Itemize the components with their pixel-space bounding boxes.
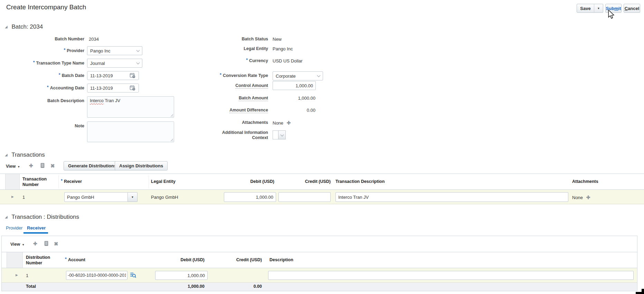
col-receiver[interactable]: *Receiver <box>61 179 82 184</box>
attachments-value: None ✚ <box>273 120 291 126</box>
row-legal-entity-value: Pango GmbH <box>151 195 178 200</box>
batch-status-value: New <box>273 37 282 42</box>
combo-dropdown-button[interactable] <box>278 130 286 139</box>
distributions-section-header[interactable]: ◢ Transaction : Distributions <box>5 214 79 220</box>
transaction-type-label: *Transaction Type Name <box>0 61 84 66</box>
account-lookup-icon[interactable] <box>130 272 136 278</box>
provider-label: *Provider <box>0 48 84 53</box>
delete-row-icon[interactable]: ✖ <box>50 163 55 169</box>
chevron-down-icon <box>280 133 284 136</box>
caret-down-icon: ▼ <box>22 243 25 246</box>
collapse-triangle-icon: ◢ <box>5 25 8 29</box>
col-transaction-number[interactable]: TransactionNumber <box>22 176 57 187</box>
page-title: Create Intercompany Batch <box>6 3 86 11</box>
distribution-number-value: 1 <box>26 273 28 278</box>
provider-selected-value: Pango Inc <box>90 48 111 53</box>
duplicate-icon[interactable] <box>43 241 49 246</box>
legal-entity-value: Pango Inc <box>273 46 293 51</box>
provider-select[interactable]: Pango Inc <box>87 46 142 55</box>
transaction-row[interactable]: ▶ 1 Pango GmbH ▼ Pango GmbH None ✚ <box>0 190 644 204</box>
batch-description-label: Batch Description <box>0 98 84 103</box>
total-debit-value: 1,000.00 <box>155 284 205 289</box>
distributions-view-menu[interactable]: View▼ <box>10 242 25 247</box>
additional-info-context-combo[interactable] <box>273 130 286 139</box>
chevron-down-icon <box>136 48 140 52</box>
save-button[interactable]: Save <box>577 4 594 13</box>
col-account[interactable]: *Account <box>65 257 85 262</box>
receiver-combo-dropdown-button[interactable]: ▼ <box>128 192 138 202</box>
duplicate-icon[interactable] <box>39 163 45 168</box>
add-attachment-icon[interactable]: ✚ <box>287 120 291 126</box>
col-credit[interactable]: Credit (USD) <box>212 257 262 262</box>
total-label: Total <box>26 284 36 289</box>
batch-date-field[interactable]: 11-13-2019 <box>87 71 139 80</box>
control-amount-input[interactable] <box>273 81 316 90</box>
delete-row-icon[interactable]: ✖ <box>54 241 58 247</box>
combo-value-box <box>273 130 278 139</box>
expand-row-icon[interactable]: ▶ <box>11 195 14 198</box>
caret-down-icon: ▼ <box>17 165 20 168</box>
currency-value: USD US Dollar <box>273 58 303 63</box>
batch-status-label: Batch Status <box>183 37 268 41</box>
batch-section-title: Batch: 2034 <box>11 23 43 30</box>
distributions-panel: View▼ ✚ ✖ DistributionNumber *Account De… <box>1 236 637 291</box>
distribution-description-input[interactable] <box>268 271 634 280</box>
col-transaction-description[interactable]: Transaction Description <box>335 179 385 184</box>
tab-provider[interactable]: Provider <box>6 225 22 231</box>
add-row-icon[interactable]: ✚ <box>29 163 33 168</box>
note-textarea[interactable] <box>87 121 174 142</box>
conversion-rate-type-select[interactable]: Corporate <box>273 71 323 80</box>
batch-section-header[interactable]: ◢ Batch: 2034 <box>5 23 43 30</box>
receiver-combo-value[interactable]: Pango GmbH <box>64 192 128 202</box>
row-debit-input[interactable] <box>224 192 276 202</box>
cancel-button[interactable]: Cancel <box>624 4 640 13</box>
transaction-number-value: 1 <box>22 195 25 200</box>
control-amount-label: Control Amount <box>183 83 268 88</box>
accounting-date-label: *Accounting Date <box>0 86 84 90</box>
row-credit-input[interactable] <box>278 192 331 202</box>
distribution-debit-input[interactable] <box>155 271 208 280</box>
add-row-icon[interactable]: ✚ <box>33 241 37 246</box>
distribution-row[interactable]: ▶ 1 <box>2 268 637 283</box>
col-description[interactable]: Description <box>269 257 293 262</box>
receiver-combo[interactable]: Pango GmbH ▼ <box>64 192 138 202</box>
col-distribution-number[interactable]: DistributionNumber <box>26 255 60 266</box>
chevron-down-icon <box>136 61 140 64</box>
transactions-section-header[interactable]: ◢ Transactions <box>5 151 45 158</box>
batch-number-value: 2034 <box>89 37 99 42</box>
add-attachment-icon[interactable]: ✚ <box>586 195 590 200</box>
col-legal-entity[interactable]: Legal Entity <box>151 179 176 184</box>
calendar-icon[interactable] <box>130 72 136 79</box>
transactions-table-header: TransactionNumber *Receiver Legal Entity… <box>0 174 644 190</box>
total-credit-value: 0.00 <box>212 284 262 289</box>
batch-description-textarea[interactable]: Interco Tran JV <box>87 96 174 118</box>
attachments-label: Attachments <box>183 120 268 125</box>
caret-down-icon: ▼ <box>131 196 134 199</box>
col-credit[interactable]: Credit (USD) <box>281 179 331 184</box>
generate-distributions-button[interactable]: Generate Distributions <box>64 161 121 170</box>
account-input[interactable] <box>66 271 127 280</box>
batch-date-label: *Batch Date <box>0 73 84 78</box>
totals-row: Total 1,000.00 0.00 <box>2 283 637 291</box>
assign-distributions-button[interactable]: Assign Distributions <box>115 161 168 170</box>
transactions-view-menu[interactable]: View▼ <box>6 164 20 169</box>
transaction-type-selected-value: Journal <box>90 61 105 66</box>
col-debit[interactable]: Debit (USD) <box>155 257 205 262</box>
row-description-input[interactable] <box>335 192 568 202</box>
accounting-date-field[interactable]: 11-13-2019 <box>87 84 139 92</box>
col-debit[interactable]: Debit (USD) <box>225 179 274 184</box>
resize-grip-icon[interactable] <box>170 138 173 141</box>
expand-row-icon[interactable]: ▶ <box>16 273 18 277</box>
tab-receiver[interactable]: Receiver <box>27 225 46 231</box>
col-attachments[interactable]: Attachments <box>572 179 598 184</box>
save-button-label: Save <box>580 6 590 11</box>
transaction-type-select[interactable]: Journal <box>87 59 142 68</box>
collapse-triangle-icon: ◢ <box>5 215 8 219</box>
save-dropdown-button[interactable]: ▼ <box>594 4 603 13</box>
caret-down-icon: ▼ <box>597 7 600 10</box>
row-header-cell <box>5 174 20 189</box>
resize-grip-icon[interactable] <box>170 113 173 117</box>
calendar-icon[interactable] <box>130 85 136 91</box>
transactions-section-title: Transactions <box>11 151 45 158</box>
batch-description-text: Interco <box>90 98 104 103</box>
